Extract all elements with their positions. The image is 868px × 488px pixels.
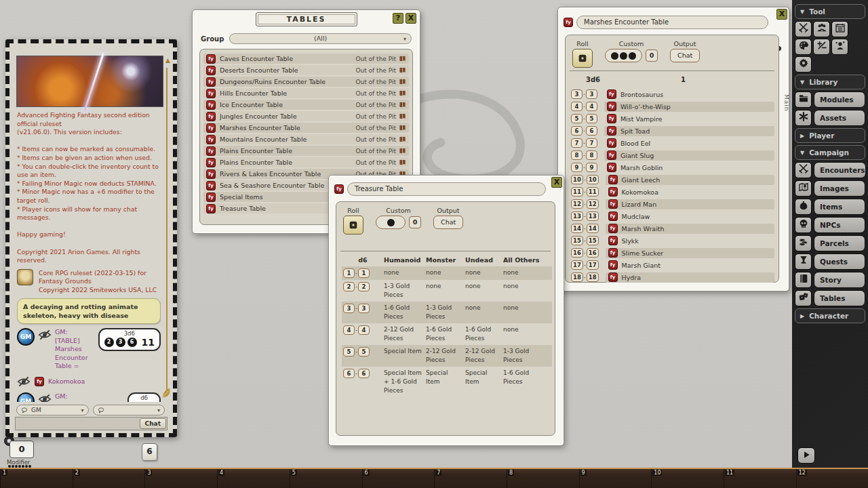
chat-target-dropdown[interactable]: ▾	[93, 405, 165, 415]
group-dropdown[interactable]: (All) ▾	[229, 33, 412, 44]
table-title-field[interactable]: Treasure Table	[347, 182, 546, 196]
output-chat-button[interactable]: Chat	[670, 49, 700, 62]
range-from-button[interactable]: 9	[571, 163, 583, 172]
range-from-button[interactable]: 3	[343, 304, 355, 313]
encounter-row[interactable]: 10-10fyGiant Leech	[571, 174, 774, 186]
output-chat-button[interactable]: Chat	[433, 216, 463, 229]
range-from-button[interactable]: 16	[571, 248, 583, 258]
range-to-button[interactable]: 4	[586, 102, 597, 111]
close-icon[interactable]: X	[406, 13, 416, 24]
sidebar-item-label-button[interactable]: Assets	[814, 110, 865, 126]
bag-button[interactable]	[795, 199, 812, 215]
range-to-button[interactable]: 6	[586, 126, 597, 136]
range-from-button[interactable]: 5	[343, 347, 355, 357]
encounter-row[interactable]: 5-5fyMist Vampire	[571, 113, 774, 125]
close-icon[interactable]: X	[551, 177, 562, 188]
range-from-button[interactable]: 11	[571, 187, 583, 197]
map-button[interactable]	[795, 180, 812, 197]
encounter-row[interactable]: 9-9fyMarsh Goblin	[571, 161, 774, 174]
tool-plusminus-button[interactable]	[813, 39, 830, 55]
range-to-button[interactable]: 18	[587, 272, 599, 282]
goblet-button[interactable]	[795, 253, 812, 270]
range-to-button[interactable]: 13	[587, 211, 599, 221]
sidebar-header-character[interactable]: ▶Character	[795, 308, 865, 323]
sidebar-item-label-button[interactable]: Tables	[814, 290, 865, 306]
table-list-row[interactable]: fyMarshes Encounter TableOut of the Pit	[203, 123, 409, 133]
range-from-button[interactable]: 12	[571, 199, 583, 209]
coins-button[interactable]	[795, 235, 812, 251]
d6-die[interactable]: 6	[142, 443, 157, 461]
custom-modifier-box[interactable]: 0	[646, 49, 658, 62]
sidebar-item-label-button[interactable]: Parcels	[814, 235, 865, 251]
range-to-button[interactable]: 5	[586, 114, 597, 123]
range-from-button[interactable]: 14	[571, 224, 583, 233]
table-list-row[interactable]: fyPlains Encounter TableOut of the Pit	[203, 146, 409, 156]
range-from-button[interactable]: 15	[571, 236, 583, 245]
table-list-row[interactable]: fyCaves Encounter TableOut of the Pit	[203, 54, 409, 64]
range-to-button[interactable]: 3	[358, 304, 370, 313]
range-from-button[interactable]: 2	[343, 282, 355, 291]
range-to-button[interactable]: 3	[586, 89, 597, 99]
chat-input[interactable]: Chat	[15, 417, 167, 430]
help-button[interactable]: ?	[393, 13, 403, 24]
custom-dice-slot[interactable]	[376, 216, 406, 229]
custom-dice-slot[interactable]	[605, 49, 642, 62]
table-title-field[interactable]: Marshes Encounter Table	[576, 16, 768, 29]
scroll-up-icon[interactable]: ▲	[165, 57, 170, 64]
folder-button[interactable]	[795, 92, 812, 108]
table-list-row[interactable]: fyJungles Encounter TableOut of the Pit	[203, 111, 409, 121]
range-to-button[interactable]: 10	[587, 175, 599, 184]
dice-button[interactable]	[795, 290, 812, 306]
treasure-row[interactable]: 3-31-6 Gold Pieces1-3 Gold Piecesnonenon…	[342, 302, 552, 323]
range-to-button[interactable]: 14	[587, 224, 599, 233]
range-to-button[interactable]: 5	[358, 347, 370, 357]
sidebar-header-tool[interactable]: ▼Tool	[795, 4, 865, 19]
range-from-button[interactable]: 7	[571, 138, 583, 148]
range-from-button[interactable]: 4	[571, 102, 583, 111]
custom-modifier-box[interactable]: 0	[409, 216, 421, 228]
range-to-button[interactable]: 1	[358, 268, 370, 278]
range-from-button[interactable]: 5	[571, 114, 583, 123]
encounter-row[interactable]: 6-6fySpit Toad	[571, 125, 774, 137]
range-to-button[interactable]: 17	[587, 260, 599, 270]
range-to-button[interactable]: 4	[358, 325, 370, 335]
range-from-button[interactable]: 10	[571, 175, 583, 184]
sidebar-item-label-button[interactable]: Items	[814, 199, 865, 215]
range-to-button[interactable]: 8	[586, 150, 597, 160]
hotkey-bar[interactable]: 123456789101112	[0, 468, 868, 488]
sidebar-item-label-button[interactable]: NPCs	[814, 217, 865, 233]
play-button[interactable]	[797, 447, 815, 464]
chat-scrollbar[interactable]	[166, 68, 167, 395]
roll-dice-button[interactable]	[343, 216, 363, 235]
chat-identity-dropdown[interactable]: GM ▾	[16, 405, 89, 415]
range-from-button[interactable]: 6	[343, 369, 355, 378]
range-to-button[interactable]: 11	[587, 187, 599, 197]
tool-effects-button[interactable]	[831, 39, 848, 55]
chat-send-button[interactable]: Chat	[140, 418, 166, 429]
range-from-button[interactable]: 4	[343, 325, 355, 335]
swords-button[interactable]	[795, 162, 812, 178]
table-list-row[interactable]: fyDungeons/Ruins Encounter TableOut of t…	[203, 77, 409, 87]
main-tab[interactable]: Main	[783, 94, 790, 112]
encounter-row[interactable]: 7-7fyBlood Eel	[571, 137, 774, 149]
table-list-row[interactable]: fyHills Encounter TableOut of the Pit	[203, 88, 409, 98]
table-list-row[interactable]: fyIce Encounter TableOut of the Pit	[203, 100, 409, 110]
range-from-button[interactable]: 3	[571, 89, 583, 99]
encounter-row[interactable]: 17-17fyMarsh Giant	[571, 259, 774, 271]
range-to-button[interactable]: 15	[587, 236, 599, 245]
asterisk-button[interactable]	[795, 110, 812, 126]
book-button[interactable]	[795, 272, 812, 288]
range-from-button[interactable]: 8	[571, 150, 583, 160]
table-list-row[interactable]: fyDeserts Encounter TableOut of the Pit	[203, 65, 409, 75]
range-from-button[interactable]: 17	[571, 260, 583, 270]
encounter-row[interactable]: 14-14fyMarsh Wraith	[571, 222, 774, 235]
tool-group-button[interactable]	[813, 21, 830, 37]
range-to-button[interactable]: 16	[587, 248, 599, 258]
skull-button[interactable]	[795, 217, 812, 233]
encounter-row[interactable]: 11-11fyKokomokoa	[571, 186, 774, 198]
range-to-button[interactable]: 2	[358, 282, 370, 291]
tool-calendar-button[interactable]	[831, 21, 848, 37]
modifier-value-box[interactable]: 0	[9, 441, 34, 458]
encounter-row[interactable]: 12-12fyLizard Man	[571, 198, 774, 210]
sidebar-header-library[interactable]: ▼Library	[795, 75, 865, 89]
